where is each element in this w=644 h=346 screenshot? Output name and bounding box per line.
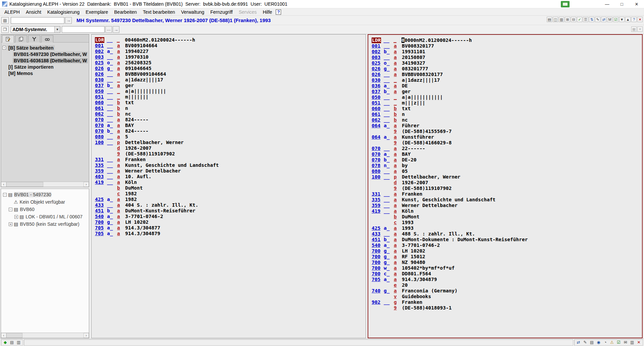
field-indicators[interactable]: __ <box>384 106 394 112</box>
subfield-code[interactable]: a <box>117 123 125 128</box>
field-value[interactable]: (DE-588)4155569-7 <box>402 129 451 134</box>
tree-item[interactable]: ⚠Kein Objekt verfügbar <box>3 198 88 206</box>
field-value[interactable]: BAY <box>402 151 411 157</box>
tab-triggers[interactable] <box>28 35 40 43</box>
field-tag[interactable]: 700 <box>372 248 384 254</box>
subfield-code[interactable]: a <box>117 180 125 185</box>
field-value[interactable]: LH 10202 <box>125 219 149 225</box>
field-value[interactable]: 1926-2007 <box>125 145 152 151</box>
field-tag[interactable]: 080 <box>95 134 107 140</box>
field-tag[interactable]: 403 <box>95 174 107 180</box>
field-value[interactable]: a|1dazz||||17 <box>402 77 440 83</box>
subfield-code[interactable]: a <box>394 254 402 260</box>
subfield-code[interactable]: a <box>117 134 125 140</box>
field-indicators[interactable]: __ <box>107 157 117 162</box>
tree-expander-icon[interactable]: - <box>2 46 6 50</box>
subfield-code[interactable]: a <box>394 277 402 282</box>
tree-item[interactable]: +▤BVB50 (kein Satz verfügbar) <box>3 220 88 228</box>
sidebar-lower-scrollbar[interactable]: ‹ › <box>1 333 89 338</box>
field-value[interactable]: BV009104664 <box>125 43 157 48</box>
field-tag[interactable]: LDR <box>372 38 381 43</box>
field-tag[interactable]: 064 <box>372 134 384 140</box>
field-indicators[interactable]: __ <box>107 202 117 208</box>
save-server-icon[interactable]: ▲ <box>625 17 631 22</box>
menu-item-text-bearbeiten[interactable]: Text bearbeiten <box>140 9 178 15</box>
collapse-field-icon[interactable]: ⊟ <box>571 17 576 22</box>
subfield-code[interactable]: _ <box>394 100 402 106</box>
field-indicators[interactable]: b_ <box>384 237 394 243</box>
field-value[interactable]: RF 15012 <box>402 254 425 259</box>
field-value[interactable]: by <box>402 163 408 168</box>
field-tag[interactable]: 540 <box>95 214 107 219</box>
field-indicators[interactable]: g_ <box>384 248 394 254</box>
field-value[interactable]: a|1dazz||||17 <box>125 77 163 82</box>
tree-item[interactable]: [M] Memos <box>2 70 88 76</box>
edit-mode-icon[interactable]: ✎ <box>582 340 588 345</box>
field-value[interactable]: a|a||||||||||| <box>125 88 166 94</box>
help-record-icon[interactable]: ? <box>631 17 637 22</box>
field-indicators[interactable]: a_ <box>384 225 394 231</box>
subfield-code[interactable]: p <box>394 174 402 180</box>
field-tag[interactable]: 037 <box>95 83 107 88</box>
field-tag[interactable]: 030 <box>95 77 107 83</box>
subfield-code[interactable]: a <box>117 197 125 202</box>
subfield-code[interactable]: a <box>117 66 125 71</box>
field-value[interactable]: Werner Dettelbacher <box>125 168 181 174</box>
field-value[interactable]: 091046645 <box>125 66 152 71</box>
subfield-code[interactable]: c <box>117 191 125 197</box>
minimize-button[interactable]: — <box>600 0 614 8</box>
field-indicators[interactable]: a_ <box>384 134 394 140</box>
field-indicators[interactable]: b_ <box>384 157 394 163</box>
field-value[interactable]: 5 <box>125 134 128 139</box>
subfield-code[interactable]: a <box>394 146 402 151</box>
field-indicators[interactable]: a_ <box>107 123 117 128</box>
field-value[interactable]: Guidebooks <box>402 294 431 299</box>
subfield-code[interactable]: b <box>394 112 402 117</box>
field-tag[interactable]: 051 <box>95 94 107 100</box>
subfield-code[interactable]: a <box>394 197 402 203</box>
field-value[interactable]: Franken <box>402 191 422 197</box>
subfield-code[interactable]: a <box>394 134 402 140</box>
field-indicators[interactable]: g_ <box>384 66 394 72</box>
scrollbar-thumb[interactable] <box>6 182 43 187</box>
field-indicators[interactable]: __ <box>384 112 394 117</box>
field-value[interactable]: n <box>125 106 128 111</box>
field-value[interactable]: Franconia (Germany) <box>402 288 458 293</box>
field-tag[interactable]: 433 <box>95 202 107 208</box>
field-value[interactable]: Führer <box>402 123 419 128</box>
tree-expander-icon[interactable]: - <box>3 193 7 197</box>
field-value[interactable]: m|||z||| <box>402 100 425 106</box>
subfield-code[interactable]: a <box>117 214 125 219</box>
field-indicators[interactable]: __ <box>107 71 117 77</box>
search-value-input[interactable] <box>62 26 105 33</box>
field-value[interactable]: 1993 <box>402 225 414 231</box>
field-indicators[interactable]: __ <box>107 140 117 145</box>
subfield-code[interactable]: a <box>117 174 125 180</box>
subfield-code[interactable]: a <box>394 43 402 49</box>
field-value[interactable]: nc <box>125 111 131 117</box>
field-tag[interactable]: 700 <box>372 260 384 265</box>
field-indicators[interactable]: __ <box>107 174 117 180</box>
hold-status-icon[interactable]: ▥ <box>16 340 21 345</box>
subfield-code[interactable]: _ <box>393 38 401 43</box>
field-indicators[interactable]: __ <box>384 117 394 123</box>
field-indicators[interactable]: __ <box>107 94 117 100</box>
field-tag[interactable]: 070 <box>95 128 107 134</box>
subfield-code[interactable]: a <box>117 219 125 225</box>
field-value[interactable]: Dettelbacher, Werner <box>402 174 461 180</box>
field-indicators[interactable]: a_ <box>107 225 117 231</box>
subfield-code[interactable]: a <box>394 66 402 72</box>
search-type-dropdown[interactable]: ADM-Systemnr. ▼ <box>11 26 60 33</box>
field-tag[interactable]: 419 <box>372 208 384 214</box>
subfield-code[interactable]: b <box>394 117 402 123</box>
field-value[interactable]: 19940227 <box>125 49 149 54</box>
field-value[interactable]: 404 S. : zahlr. Ill., Kt. <box>125 202 198 208</box>
subfield-code[interactable]: b <box>394 214 402 220</box>
subfield-code[interactable]: b <box>117 106 125 111</box>
field-tag[interactable]: 070 <box>372 151 384 157</box>
sidebar-upper-scrollbar[interactable]: ‹ › <box>1 182 89 187</box>
field-indicators[interactable]: a_ <box>384 83 394 89</box>
tree-item[interactable]: -▤BVB01 - 5497230 <box>3 191 88 198</box>
subfield-code[interactable]: g <box>394 299 402 305</box>
subfield-code[interactable]: a <box>394 231 402 237</box>
